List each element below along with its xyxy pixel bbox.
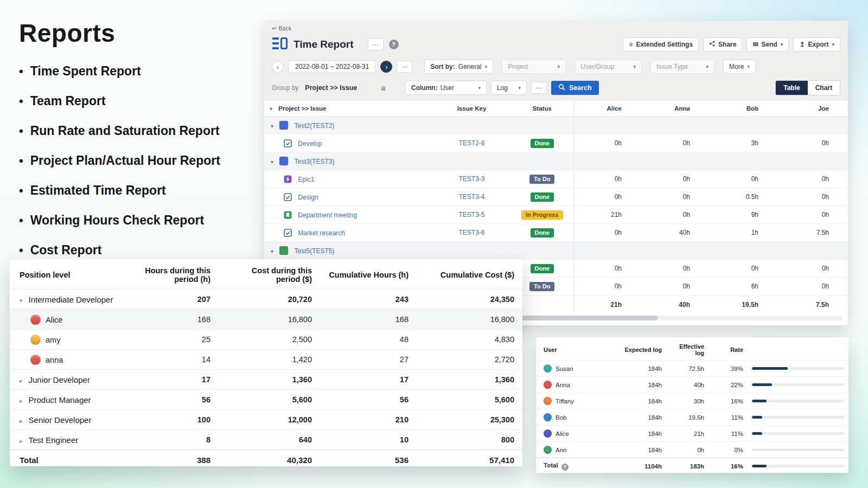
search-button[interactable]: Search [551,81,599,95]
status-badge: To Do [529,282,554,291]
user-name: Tiffany [556,398,574,404]
info-icon[interactable]: ? [561,464,569,471]
group-by-label: Group by [272,84,298,92]
hours-period-cell: 168 [124,310,219,330]
rate-bar-track [752,465,844,467]
column-value: User [441,84,454,92]
issue-link[interactable]: Department meeting [298,211,357,219]
project-link[interactable]: Test2(TEST2) [295,122,335,130]
settings-lines-icon: ≡ [629,41,633,48]
chevron-down-icon[interactable]: ▾ [271,248,273,254]
report-name: Estimated Time Report [30,183,166,198]
chevron-down-icon[interactable]: ▾ [271,159,273,165]
position-group-row[interactable]: ▸Senior Developer 100 12,000 210 25,300 [10,410,522,430]
user-name: Susan [556,365,573,372]
project-group-row[interactable]: ▾ Test2(TEST2) [264,117,848,134]
share-button[interactable]: Share [703,37,742,52]
report-name: Project Plan/Actual Hour Report [30,153,220,168]
user-name: Anna [556,382,570,388]
effective-log-cell: 21h [666,426,709,442]
cumulative-cost-cell: 24,350 [417,290,522,310]
project-avatar-icon [279,157,288,165]
issue-key-link[interactable]: TEST3-3 [458,175,484,183]
date-more-button[interactable]: ⋯ [397,61,412,73]
chevron-down-icon[interactable]: ▾ [271,123,273,129]
issue-type-filter-dropdown[interactable]: Issue Type ▾ [650,60,714,74]
issue-link[interactable]: Epic1 [298,176,314,183]
back-link[interactable]: ↩ Back [272,23,304,33]
hours-cell: 0h [780,206,848,224]
table-view-toggle[interactable]: Table [776,81,807,95]
total-cost-period: 40,320 [219,450,320,467]
sort-by-label: Sort by: [430,63,455,70]
bullet-icon: • [19,214,23,228]
position-group-row[interactable]: ▸Junior Developer 17 1,360 17 1,360 [10,370,522,390]
bullet-icon: • [19,184,23,198]
position-group-row[interactable]: ▾Intermediate Developer 207 20,720 243 2… [10,290,522,310]
title-more-button[interactable]: ⋯ [368,38,384,50]
sort-by-dropdown[interactable]: Sort by: General ▾ [424,60,493,74]
hours-cell: 0h [573,134,643,152]
date-range-picker[interactable]: 2022-08-01 ~ 2022-08-31 [288,60,376,73]
column-dropdown[interactable]: Column: User ▾ [405,81,487,95]
hours-cell: 0h [573,224,643,242]
prev-period-button[interactable]: ‹ [272,61,284,73]
group-by-menu-icon[interactable]: ≡ [381,84,386,93]
user-name: Alice [46,316,62,324]
issue-key-link[interactable]: TEST3-6 [458,229,484,236]
project-link[interactable]: Test5(TEST5) [295,247,335,255]
hours-cell: 0h [643,134,712,152]
hours-cell: 3h [712,134,780,152]
send-button[interactable]: ✉ Send ▾ [746,37,789,52]
chevron-down-icon[interactable]: ▾ [20,297,23,304]
group-by-value[interactable]: Project >> Issue [305,84,357,92]
columns-more-button[interactable]: ⋯ [531,82,547,94]
header-project-issue[interactable]: ▾ Project >> Issue [264,101,432,117]
rate-row: Tiffany 184h 30h 16% [536,393,848,409]
rate-header-row: User Expected log Effective log Rate [536,337,848,361]
header-cost-period: Cost during this period ($) [219,259,320,290]
position-group-row[interactable]: ▸Product Manager 56 5,600 56 5,600 [10,390,522,410]
next-period-button[interactable]: › [380,61,392,73]
chevron-right-icon[interactable]: ▸ [20,438,23,444]
header-user-alice: Alice [573,101,643,117]
help-icon[interactable]: ? [389,40,399,49]
user-name: anna [46,356,63,364]
chevron-right-icon[interactable]: ▸ [20,377,23,384]
position-group-row[interactable]: ▸Test Engineer 8 640 10 800 [10,430,522,450]
issue-key-link[interactable]: TEST3-4 [458,193,484,201]
issue-link[interactable]: Market research [298,229,345,237]
issue-key-link[interactable]: TEST2-8 [458,139,484,147]
cost-period-cell: 20,720 [219,290,320,310]
chevron-right-icon[interactable]: ▸ [20,418,23,424]
log-dropdown[interactable]: Log ▾ [491,81,527,95]
project-group-row[interactable]: ▾ Test3(TEST3) [264,152,848,170]
report-list-item: •Estimated Time Report [19,183,263,198]
bullet-icon: • [19,243,23,258]
hours-period-cell: 56 [124,390,219,410]
header-effective-log: Effective log [666,337,709,361]
project-filter-dropdown[interactable]: Project ▾ [502,60,566,74]
issue-link[interactable]: Develop [298,140,322,147]
project-group-row[interactable]: ▾ Test5(TEST5) [264,242,848,260]
total-hours-cell: 21h [573,296,643,314]
hours-cell: 0h [573,278,643,296]
total-hours-period: 388 [124,450,219,467]
rate-row: Bob 184h 19.5h 11% [536,409,848,426]
extended-settings-button[interactable]: ≡ Extended Settings [623,37,699,52]
project-link[interactable]: Test3(TEST3) [295,158,335,165]
hours-cell: 0h [573,260,643,278]
user-group-filter-dropdown[interactable]: User/Group ▾ [575,60,642,74]
chart-view-toggle[interactable]: Chart [808,81,840,95]
cost-period-cell: 1,420 [219,350,320,370]
more-filters-dropdown[interactable]: More ▾ [723,60,756,74]
avatar [544,364,552,373]
table-header-row: ▾ Project >> Issue Issue Key Status Alic… [264,101,848,117]
issue-link[interactable]: Design [298,194,318,201]
rate-percent-cell: 22% [709,377,748,393]
chevron-right-icon[interactable]: ▸ [20,397,23,404]
issue-key-link[interactable]: TEST3-5 [458,211,484,219]
export-button[interactable]: ↥ Export ▾ [793,37,840,52]
issue-row: Design TEST3-4 Done 0h 0h 0.5h 0h [264,188,848,206]
report-list-item: •Project Plan/Actual Hour Report [19,153,263,168]
